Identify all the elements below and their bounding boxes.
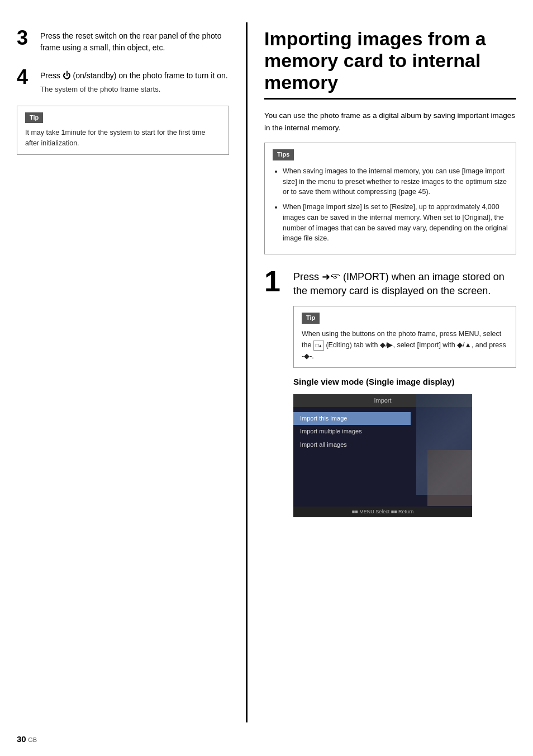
screen-menu-item-3: Import all images xyxy=(293,438,411,451)
tips-list-item: When [Image import size] is set to [Resi… xyxy=(283,202,508,244)
right-step-1-number: 1 xyxy=(264,267,287,296)
step-3: 3 Press the reset switch on the rear pan… xyxy=(17,28,229,56)
step-3-number: 3 xyxy=(17,28,34,48)
tips-list-item: When saving images to the internal memor… xyxy=(283,166,508,197)
section-title: Importing images from a memory card to i… xyxy=(264,28,516,100)
screen-bottom-bar: ■■ MENU Select ■■ Return xyxy=(293,507,472,517)
right-tips-box: Tips When saving images to the internal … xyxy=(264,143,516,254)
step-3-text: Press the reset switch on the rear panel… xyxy=(40,30,229,54)
left-column: 3 Press the reset switch on the rear pan… xyxy=(17,22,229,722)
right-step-1-text: Press ➜🖙 (IMPORT) when an image stored o… xyxy=(293,270,516,298)
left-tip-label: Tip xyxy=(25,112,43,123)
screen-menu-item-1: Import this image xyxy=(293,412,411,425)
screen-simulation: Import Import this image Import multiple… xyxy=(293,394,472,517)
left-tip-text: It may take 1minute for the system to st… xyxy=(25,127,221,149)
right-tip-box: Tip When using the buttons on the photo … xyxy=(293,306,516,367)
screen-menu-item-2: Import multiple images xyxy=(293,425,411,438)
right-tips-label: Tips xyxy=(273,149,294,160)
right-tips-list: When saving images to the internal memor… xyxy=(273,166,508,244)
screen-bg-decor2 xyxy=(427,450,472,506)
page-number: 30 GB xyxy=(17,733,37,745)
step-4-text: Press ⏻ (on/standby) on the photo frame … xyxy=(40,69,229,82)
right-step-1-content: Press ➜🖙 (IMPORT) when an image stored o… xyxy=(293,267,516,517)
section-intro: You can use the photo frame as a digital… xyxy=(264,110,516,134)
right-tip-label: Tip xyxy=(302,313,320,323)
page-num-value: 30 xyxy=(17,734,26,744)
right-step-1: 1 Press ➜🖙 (IMPORT) when an image stored… xyxy=(264,267,516,517)
screen-content-area: Import this image Import multiple images… xyxy=(293,410,411,453)
sub-section-title: Single view mode (Single image display) xyxy=(293,376,516,388)
step-3-content: Press the reset switch on the rear panel… xyxy=(40,28,229,56)
right-tip-text: When using the buttons on the photo fram… xyxy=(302,328,508,362)
page-num-suffix: GB xyxy=(28,736,37,743)
right-column: Importing images from a memory card to i… xyxy=(246,22,516,722)
step-4-content: Press ⏻ (on/standby) on the photo frame … xyxy=(40,67,229,94)
step-4-subtext: The system of the photo frame starts. xyxy=(40,84,229,94)
tab-with-text: tab with xyxy=(354,341,378,349)
step-4: 4 Press ⏻ (on/standby) on the photo fram… xyxy=(17,67,229,94)
step-4-number: 4 xyxy=(17,67,34,87)
left-tip-box: Tip It may take 1minute for the system t… xyxy=(17,106,229,155)
